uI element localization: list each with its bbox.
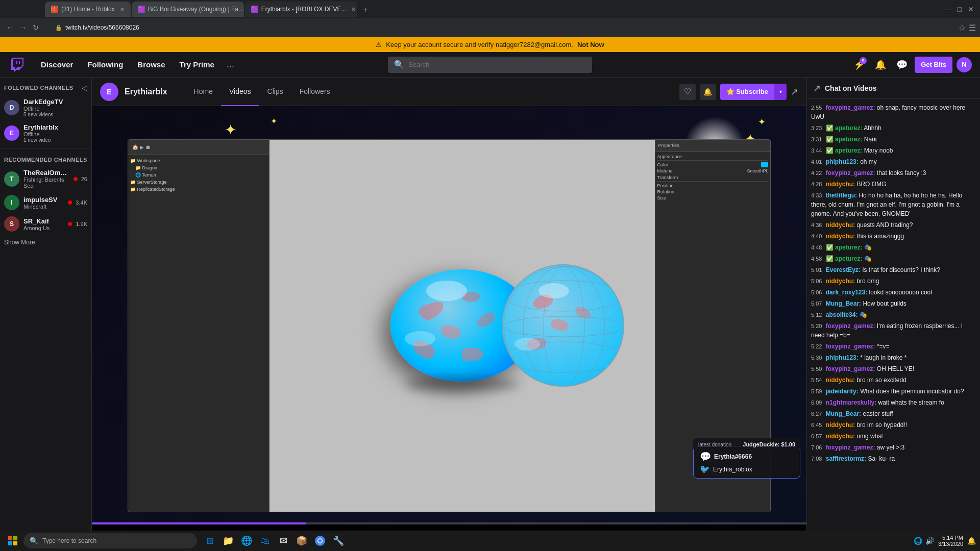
chat-user-2[interactable]: apeturez:	[835, 124, 862, 132]
browser-tab-1[interactable]: R (31) Home - Roblox ✕	[45, 2, 131, 17]
browser-tab-3[interactable]: 🟣 Erythiarblx - [ROBLOX DEVE... ✕	[245, 2, 357, 17]
chat-header: ↗ Chat on Videos	[807, 78, 980, 99]
recommended-channel-2[interactable]: I impulseSV Minecraft 3.4K	[0, 192, 91, 213]
chat-user-4[interactable]: apeturez:	[835, 147, 862, 154]
taskbar-date-value: 3/13/2020	[938, 541, 963, 547]
taskbar-time-value: 5:14 PM	[938, 535, 963, 541]
address-bar[interactable]: 🔒 twitch.tv/videos/566608026	[49, 21, 950, 34]
nav-more[interactable]: ...	[223, 52, 238, 78]
chat-user-26[interactable]: niddychu:	[826, 421, 855, 429]
recommended-channel-3[interactable]: S SR_Kaif Among Us 1.9K	[0, 213, 91, 235]
chat-user-1[interactable]: foxypinz_gamez:	[826, 104, 875, 111]
tab-clips[interactable]: Clips	[259, 78, 291, 106]
studio-viewport	[270, 140, 655, 512]
show-more-btn[interactable]: Show More	[0, 235, 91, 250]
chat-user-29[interactable]: saffirestormz:	[826, 455, 866, 462]
popout-btn[interactable]: ↗	[791, 86, 798, 97]
nav-tryprime[interactable]: Try Prime	[174, 52, 220, 78]
tab3-close[interactable]: ✕	[351, 6, 356, 13]
chat-user-14[interactable]: niddychu:	[826, 278, 855, 285]
taskbar-clock[interactable]: 5:14 PM 3/13/2020	[938, 535, 963, 547]
chat-user-17[interactable]: absolite34:	[826, 311, 858, 318]
taskbar-app-explorer[interactable]: 📁	[219, 532, 237, 549]
tab-home[interactable]: Home	[186, 78, 221, 106]
chat-user-3[interactable]: apeturez:	[835, 136, 862, 143]
chat-user-19[interactable]: foxypinz_gamez:	[826, 343, 875, 350]
taskbar-app-mail[interactable]: ✉	[275, 532, 292, 549]
channel-header-right: ♡ 🔔 ⭐ Subscribe ▾ ↗	[679, 84, 798, 100]
chat-user-11[interactable]: apeturez:	[835, 244, 862, 251]
subscribe-btn[interactable]: ⭐ Subscribe	[720, 84, 774, 100]
tab1-close[interactable]: ✕	[120, 6, 125, 13]
tab-videos[interactable]: Videos	[221, 78, 259, 106]
taskbar-app-unknown[interactable]: 🔧	[330, 532, 347, 549]
notification-center-btn[interactable]: 🔔	[967, 537, 976, 545]
browser-chrome: R (31) Home - Roblox ✕ 🟣 BiG Boi Giveawa…	[0, 0, 980, 37]
chat-user-8[interactable]: thetlitlegu:	[826, 192, 857, 199]
chat-msg-4: 3:44 ✅ apeturez: Mary noob	[811, 146, 976, 155]
forward-btn[interactable]: →	[17, 21, 29, 34]
get-bits-btn[interactable]: Get Bits	[915, 57, 952, 73]
bookmark-icon[interactable]: ☆	[959, 23, 966, 33]
chat-user-5[interactable]: phiphu123:	[826, 158, 859, 165]
bell-btn[interactable]: 🔔	[700, 84, 716, 100]
chat-user-28[interactable]: foxypinz_gamez:	[826, 444, 875, 451]
maximize-btn[interactable]: □	[955, 3, 964, 15]
search-input[interactable]	[408, 61, 586, 68]
minimize-btn[interactable]: —	[942, 3, 953, 15]
chat-user-15[interactable]: dark_roxy123:	[826, 289, 867, 296]
tab-followers[interactable]: Followers	[291, 78, 338, 106]
taskbar-app-cortana[interactable]: ⊞	[201, 532, 218, 549]
chat-user-27[interactable]: niddychu:	[826, 433, 855, 440]
whispers-btn[interactable]: 💬	[893, 56, 911, 73]
taskbar-app-chrome[interactable]	[311, 532, 329, 549]
taskbar-app-edge[interactable]: 🌐	[238, 532, 255, 549]
nav-following[interactable]: Following	[81, 52, 129, 78]
chat-user-20[interactable]: phiphu123:	[826, 354, 859, 361]
close-btn[interactable]: ✕	[966, 3, 976, 15]
channel1-name: DarkEdgeTV	[23, 98, 87, 106]
progress-bar[interactable]	[92, 522, 806, 524]
chat-user-13[interactable]: EverestEyz:	[826, 266, 861, 273]
chat-user-24[interactable]: n1ghtmareskully:	[826, 399, 876, 406]
chat-user-23[interactable]: jadeidarity:	[826, 388, 859, 395]
chat-user-25[interactable]: Mung_Bear:	[826, 410, 861, 417]
chat-user-9[interactable]: niddychu:	[826, 221, 855, 229]
nav-discover[interactable]: Discover	[35, 52, 79, 78]
chat-popout-btn[interactable]: ↗	[813, 83, 821, 94]
back-btn[interactable]: ←	[4, 21, 15, 34]
chat-user-6[interactable]: foxypinz_gamez:	[826, 169, 875, 177]
rec2-count: 3.4K	[76, 199, 87, 206]
subscribe-dropdown[interactable]: ▾	[774, 84, 787, 100]
reload-btn[interactable]: ↻	[31, 21, 41, 34]
taskbar-search[interactable]: 🔍 Type here to search	[23, 533, 197, 548]
security-link[interactable]: Not Now	[577, 41, 604, 48]
discord-info: 💬 Erythia#6666	[700, 451, 794, 462]
chat-user-16[interactable]: Mung_Bear:	[826, 300, 861, 307]
chat-user-10[interactable]: niddychu:	[826, 233, 855, 240]
browser-tab-2[interactable]: 🟣 BiG Boi Giveaway (Ongoing) | Fa... ✕	[132, 2, 244, 17]
new-tab-btn[interactable]: ＋	[358, 3, 373, 17]
twitch-logo[interactable]	[8, 56, 27, 74]
heart-btn[interactable]: ♡	[679, 84, 696, 100]
chat-msg-16: 5:07 Mung_Bear: How bout guilds	[811, 299, 976, 308]
followed-channel-2[interactable]: E Erythiarblx Offline 1 new video	[0, 120, 91, 146]
chat-user-18[interactable]: foxypinz_gamez:	[826, 322, 875, 330]
svg-rect-6	[8, 536, 12, 540]
taskbar-app-store[interactable]: 🛍	[256, 532, 274, 549]
chat-user-12[interactable]: apeturez:	[835, 255, 862, 262]
nav-browse[interactable]: Browse	[131, 52, 171, 78]
start-btn[interactable]	[4, 532, 21, 549]
chat-user-22[interactable]: niddychu:	[826, 377, 855, 384]
followed-channel-1[interactable]: D DarkEdgeTV Offline 5 new videos	[0, 95, 91, 120]
chat-user-21[interactable]: foxypinz_gamez:	[826, 365, 875, 372]
account-icon[interactable]: ☰	[969, 23, 976, 33]
recommended-channel-1[interactable]: T TheRealOmegon Fishing: Barents Sea 26	[0, 166, 91, 192]
chat-msg-7: 4:28 niddychu: BRO OMG	[811, 180, 976, 189]
taskbar-app-dropbox[interactable]: 📦	[293, 532, 310, 549]
sidebar-collapse-btn[interactable]: ◁	[82, 84, 87, 92]
notifications-btn[interactable]: 🔔	[872, 56, 889, 73]
inbox-btn[interactable]: ⚡ 5	[850, 56, 868, 73]
chat-user-7[interactable]: niddychu:	[826, 181, 855, 188]
user-avatar[interactable]: N	[957, 57, 972, 72]
